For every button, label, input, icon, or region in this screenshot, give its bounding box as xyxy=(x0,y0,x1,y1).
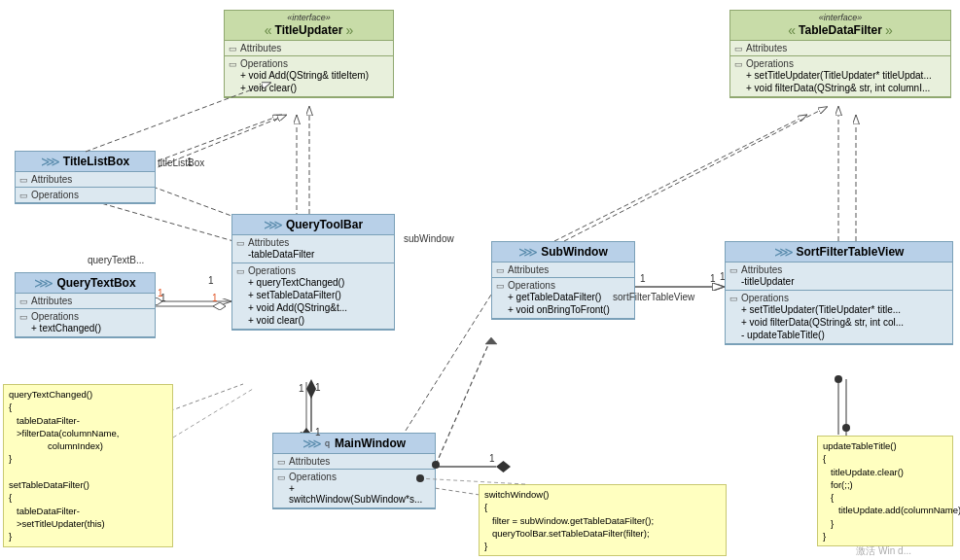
querytoolbar-op1: + queryTextChanged() xyxy=(236,276,390,289)
titleupdater-chevron2: » xyxy=(345,22,353,38)
tabledatafilter-operations-label: Operations xyxy=(746,58,794,69)
tabledatafilter-stereotype: «interface» xyxy=(734,13,946,22)
svg-line-7 xyxy=(554,115,807,241)
mainwindow-operations-section: ▭ Operations + switchWindow(SubWindow*s.… xyxy=(273,470,435,508)
querytextbox-box: ⋙ QueryTextBox ▭ Attributes ▭ Operations… xyxy=(15,272,156,338)
querytextbox-header: ⋙ QueryTextBox xyxy=(16,273,155,294)
tabledatafilter-header: «interface» « TableDataFilter » xyxy=(730,11,950,41)
titleupdater-op1: + void Add(QString& titleItem) xyxy=(229,69,389,82)
subwindow-operations-label: Operations xyxy=(508,280,555,291)
subwindow-op2: + void onBringToFront() xyxy=(496,303,630,316)
mainwindow-title: MainWindow xyxy=(335,437,406,450)
titleupdater-op2: + void clear() xyxy=(229,82,389,94)
subwindow-chevron: ⋙ xyxy=(518,244,538,260)
svg-text:1: 1 xyxy=(208,275,214,286)
note-updatetabletitle: updateTableTitle() { titleUpdate.clear()… xyxy=(817,436,953,546)
titleupdater-stereotype: «interface» xyxy=(229,13,389,22)
sortfiltertableview-attr1: -titleUpdater xyxy=(729,275,948,288)
svg-point-51 xyxy=(835,375,842,383)
querytoolbar-header: ⋙ QueryToolBar xyxy=(232,215,394,235)
subwindow-box: ⋙ SubWindow ▭ Attributes ▭ Operations + … xyxy=(491,241,635,320)
note-querytextchanged: queryTextChanged() { tableDataFilter->fi… xyxy=(3,384,173,547)
svg-line-45 xyxy=(436,340,490,465)
subwindow-title: SubWindow xyxy=(541,245,608,259)
svg-point-15 xyxy=(842,424,850,432)
svg-text:1: 1 xyxy=(489,453,495,464)
titlelistbox-assoc-label: titleListBox xyxy=(158,158,204,168)
svg-line-12 xyxy=(389,287,496,457)
svg-text:1: 1 xyxy=(640,273,646,284)
mainwindow-operations-label: Operations xyxy=(289,472,337,482)
titleupdater-box: «interface» « TitleUpdater » ▭ Attribute… xyxy=(224,10,394,98)
querytextbox-assoc-label: queryTextB... xyxy=(88,255,144,265)
querytextbox-attributes-section: ▭ Attributes xyxy=(16,294,155,309)
sortfiltertableview-operations-section: ▭ Operations + setTitleUpdater(TitleUpda… xyxy=(726,291,952,344)
tabledatafilter-title: TableDataFilter xyxy=(799,23,882,37)
svg-text:1: 1 xyxy=(158,288,163,298)
svg-line-53 xyxy=(173,389,253,438)
titleupdater-attributes-section: ▭ Attributes xyxy=(225,41,393,56)
tabledatafilter-chevron2: » xyxy=(885,22,893,38)
titleupdater-header: «interface» « TitleUpdater » xyxy=(225,11,393,41)
mainwindow-header: ⋙ q MainWindow xyxy=(273,434,435,454)
svg-line-29 xyxy=(153,187,231,216)
svg-text:1: 1 xyxy=(299,383,304,394)
querytoolbar-op3: + void Add(QString&t... xyxy=(236,301,390,314)
sortfiltertableview-attributes-section: ▭ Attributes -titleUpdater xyxy=(726,262,952,291)
tabledatafilter-op2: + void filterData(QString& str, int colu… xyxy=(734,82,946,94)
mainwindow-q: q xyxy=(325,438,330,448)
sortfiltertableview-box: ⋙ SortFilterTableView ▭ Attributes -titl… xyxy=(725,241,953,345)
querytextbox-title: QueryTextBox xyxy=(56,276,135,290)
sortfiltertableview-op2: + void filterData(QString& str, int col.… xyxy=(729,316,948,329)
sortfiltertableview-op1: + setTitleUpdater(TitleUpdater* title... xyxy=(729,303,948,316)
tabledatafilter-attributes-section: ▭ Attributes xyxy=(730,41,950,56)
svg-text:1: 1 xyxy=(160,293,166,303)
svg-marker-42 xyxy=(306,379,316,399)
querytoolbar-attr1: -tableDataFilter xyxy=(236,248,390,261)
titlelistbox-attributes-label: Attributes xyxy=(31,174,72,185)
titlelistbox-title: TitleListBox xyxy=(63,155,129,168)
querytextbox-operations-label: Operations xyxy=(31,311,79,322)
svg-line-28 xyxy=(88,199,233,241)
subwindow-header: ⋙ SubWindow xyxy=(492,242,634,262)
tabledatafilter-operations-section: ▭ Operations + setTitleUpdater(TitleUpda… xyxy=(730,56,950,97)
note-switchwindow: switchWindow() { filter = subWindow.getT… xyxy=(479,484,727,556)
sortfiltertableview-title: SortFilterTableView xyxy=(797,245,905,259)
tabledatafilter-op1: + setTitleUpdater(TitleUpdater* titleUpd… xyxy=(734,69,946,82)
svg-line-36 xyxy=(564,107,827,241)
querytoolbar-attributes-section: ▭ Attributes -tableDataFilter xyxy=(232,235,394,263)
querytoolbar-attributes-label: Attributes xyxy=(248,237,289,248)
querytoolbar-chevron: ⋙ xyxy=(264,217,283,232)
sortfiltertableview-assoc-label: sortFilterTableView xyxy=(613,292,694,302)
sortfiltertableview-header: ⋙ SortFilterTableView xyxy=(726,242,952,262)
titlelistbox-box: ⋙ TitleListBox ▭ Attributes ▭ Operations xyxy=(15,151,156,204)
svg-marker-46 xyxy=(485,337,497,344)
querytoolbar-title: QueryToolBar xyxy=(286,218,363,231)
tabledatafilter-attributes-label: Attributes xyxy=(746,43,787,53)
titlelistbox-header: ⋙ TitleListBox xyxy=(16,152,155,172)
tabledatafilter-box: «interface» « TableDataFilter » ▭ Attrib… xyxy=(729,10,951,98)
sortfiltertableview-attributes-label: Attributes xyxy=(741,264,782,275)
mainwindow-attributes-section: ▭ Attributes xyxy=(273,454,435,470)
querytextbox-op1: + textChanged() xyxy=(19,322,151,334)
mainwindow-chevron: ⋙ xyxy=(302,436,322,451)
titleupdater-operations-section: ▭ Operations + void Add(QString& titleIt… xyxy=(225,56,393,97)
titleupdater-chevron: « xyxy=(265,22,272,38)
titlelistbox-operations-label: Operations xyxy=(31,190,79,200)
querytoolbar-op4: + void clear() xyxy=(236,314,390,327)
titleupdater-attributes-label: Attributes xyxy=(240,43,281,53)
subwindow-attributes-section: ▭ Attributes xyxy=(492,262,634,278)
querytextbox-attributes-label: Attributes xyxy=(31,296,72,306)
titlelistbox-chevron: ⋙ xyxy=(41,154,60,169)
titlelistbox-attributes-section: ▭ Attributes xyxy=(16,172,155,188)
subwindow-assoc-label: subWindow xyxy=(404,233,454,244)
querytoolbar-op2: + setTableDataFilter() xyxy=(236,289,390,301)
titleupdater-title: TitleUpdater xyxy=(275,23,343,37)
watermark: 激活 Win d... xyxy=(856,544,911,558)
tabledatafilter-chevron: « xyxy=(788,22,796,38)
subwindow-op1: + getTableDataFilter() xyxy=(496,291,630,303)
titlelistbox-operations-section: ▭ Operations xyxy=(16,188,155,203)
querytextbox-chevron: ⋙ xyxy=(34,275,53,291)
svg-text:1: 1 xyxy=(315,382,321,393)
querytoolbar-operations-label: Operations xyxy=(248,265,296,276)
